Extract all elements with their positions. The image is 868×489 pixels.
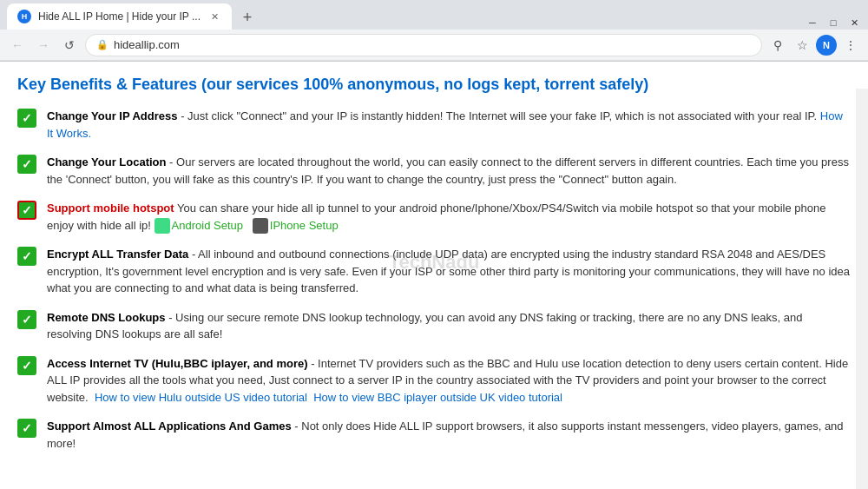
check-icon-change-location bbox=[17, 155, 38, 175]
feature-support-apps: Support Almost ALL Applications And Game… bbox=[17, 418, 851, 452]
refresh-button[interactable]: ↺ bbox=[59, 35, 80, 56]
feature-change-location: Change Your Location - Our servers are l… bbox=[17, 154, 851, 188]
scrollbar[interactable] bbox=[856, 89, 868, 489]
tab-close-button[interactable]: ✕ bbox=[207, 10, 221, 23]
forward-button[interactable]: → bbox=[33, 35, 54, 56]
minimize-button[interactable]: ─ bbox=[806, 16, 819, 30]
check-icon-support-apps bbox=[17, 419, 38, 439]
feature-title-change-ip: Change Your IP Address bbox=[47, 109, 178, 122]
url-field[interactable]: 🔒 hideallip.com bbox=[85, 34, 762, 56]
feature-body-change-ip: - Just click "Connect" and your IP is in… bbox=[178, 109, 820, 122]
menu-icon[interactable]: ⋮ bbox=[840, 35, 861, 56]
check-icon-mobile-hotspot bbox=[17, 201, 38, 221]
feature-title-change-location: Change Your Location bbox=[47, 155, 166, 169]
feature-mobile-hotspot: Support mobile hotspot You can share you… bbox=[17, 200, 851, 234]
feature-title-mobile-hotspot: Support mobile hotspot bbox=[47, 202, 174, 215]
check-icon-access-tv bbox=[17, 356, 38, 377]
bookmark-star-icon[interactable]: ☆ bbox=[792, 35, 812, 56]
feature-title-remote-dns: Remote DNS Lookups bbox=[47, 311, 166, 324]
feature-text-change-ip: Change Your IP Address - Just click "Con… bbox=[47, 108, 851, 142]
feature-text-support-apps: Support Almost ALL Applications And Game… bbox=[47, 418, 851, 452]
close-button[interactable]: ✕ bbox=[847, 16, 861, 30]
feature-change-ip: Change Your IP Address - Just click "Con… bbox=[17, 108, 851, 142]
feature-title-encrypt-data: Encrypt ALL Transfer Data bbox=[47, 248, 188, 261]
page-heading: Key Benefits & Features (our services 10… bbox=[17, 76, 851, 94]
feature-text-remote-dns: Remote DNS Lookups - Using our secure re… bbox=[47, 309, 851, 343]
tab-favicon: H bbox=[17, 10, 31, 23]
back-button[interactable]: ← bbox=[7, 35, 28, 56]
url-text: hideallip.com bbox=[114, 38, 180, 51]
feature-text-change-location: Change Your Location - Our servers are l… bbox=[47, 154, 851, 188]
new-tab-button[interactable]: + bbox=[235, 5, 260, 30]
tab-title: Hide ALL IP Home | Hide your IP ... bbox=[38, 10, 201, 23]
apple-icon bbox=[253, 218, 268, 234]
active-tab[interactable]: H Hide ALL IP Home | Hide your IP ... ✕ bbox=[7, 3, 232, 30]
check-icon-change-ip bbox=[17, 109, 38, 129]
feature-text-encrypt-data: Encrypt ALL Transfer Data - All inbound … bbox=[47, 246, 851, 297]
feature-text-mobile-hotspot: Support mobile hotspot You can share you… bbox=[47, 200, 851, 234]
hulu-tutorial-link[interactable]: How to view Hulu outside US video tutori… bbox=[95, 391, 307, 404]
feature-title-support-apps: Support Almost ALL Applications And Game… bbox=[47, 420, 292, 433]
check-icon-remote-dns bbox=[17, 310, 38, 331]
feature-remote-dns: Remote DNS Lookups - Using our secure re… bbox=[17, 309, 851, 343]
feature-encrypt-data: Encrypt ALL Transfer Data - All inbound … bbox=[17, 246, 851, 297]
bbc-tutorial-link[interactable]: How to view BBC iplayer outside UK video… bbox=[313, 391, 562, 404]
lock-icon: 🔒 bbox=[96, 39, 108, 50]
check-icon-encrypt-data bbox=[17, 247, 38, 268]
android-icon bbox=[155, 218, 170, 234]
feature-body-change-location: - Our servers are located throughout the… bbox=[47, 155, 849, 186]
feature-text-access-tv: Access Internet TV (Hulu,BBC iplayer, an… bbox=[47, 355, 851, 406]
iphone-setup-link[interactable]: IPhone Setup bbox=[270, 217, 339, 235]
maximize-button[interactable]: □ bbox=[826, 16, 840, 30]
android-setup-link[interactable]: Android Setup bbox=[172, 217, 243, 235]
feature-title-access-tv: Access Internet TV (Hulu,BBC iplayer, an… bbox=[47, 357, 308, 370]
search-icon[interactable]: ⚲ bbox=[767, 35, 788, 56]
feature-access-tv: Access Internet TV (Hulu,BBC iplayer, an… bbox=[17, 355, 851, 406]
user-avatar[interactable]: N bbox=[816, 35, 837, 56]
page-content: Key Benefits & Features (our services 10… bbox=[0, 62, 868, 462]
